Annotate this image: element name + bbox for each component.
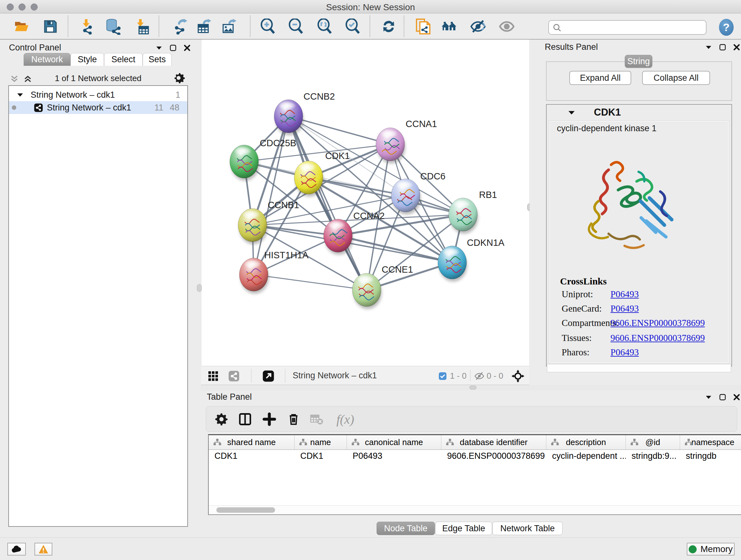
crosslink-link[interactable]: P06493 xyxy=(610,303,639,314)
float-window-icon[interactable] xyxy=(170,44,177,52)
column-header-database-identifier[interactable]: database identifier xyxy=(441,435,546,449)
cell-description[interactable]: cyclin-dependent ... xyxy=(546,450,626,462)
search-input[interactable] xyxy=(548,20,706,35)
network-view-canvas[interactable]: CCNB2CCNA1CDC25BCDK1CDC6RB1CCNB1CCNA2CDK… xyxy=(201,40,529,366)
export-network-button[interactable] xyxy=(172,18,189,35)
cell-canonical-name[interactable]: P06493 xyxy=(347,450,441,462)
zoom-fit-button[interactable] xyxy=(317,18,333,35)
column-label: canonical name xyxy=(365,437,423,447)
warnings-button[interactable] xyxy=(35,543,52,556)
tab-string[interactable]: String xyxy=(625,55,652,68)
close-panel-icon[interactable] xyxy=(733,44,740,51)
trash-icon xyxy=(287,413,300,426)
export-image-button[interactable] xyxy=(221,18,238,35)
import-network-database-button[interactable] xyxy=(105,18,121,35)
close-panel-icon[interactable] xyxy=(184,44,191,52)
table-row[interactable]: CDK1CDK1P064939606.ENSP00000378699cyclin… xyxy=(209,450,741,462)
tab-select[interactable]: Select xyxy=(104,53,143,66)
table-scrollbar[interactable] xyxy=(209,505,741,514)
home-layout-button[interactable] xyxy=(441,18,458,35)
grid-icon xyxy=(207,370,219,382)
tab-network[interactable]: Network xyxy=(23,53,71,66)
node-CCNA1[interactable]: CCNA1 xyxy=(376,119,437,164)
float-window-icon[interactable] xyxy=(719,44,726,51)
refresh-button[interactable] xyxy=(381,18,397,35)
cell-shared-name[interactable]: CDK1 xyxy=(209,450,294,462)
export-table-button[interactable] xyxy=(197,18,213,35)
network-collection-row[interactable]: String Network – cdk1 1 xyxy=(9,88,187,101)
column-header-@id[interactable]: @id xyxy=(626,435,680,449)
delete-table-button[interactable] xyxy=(308,411,325,428)
column-header-description[interactable]: description xyxy=(546,435,626,449)
crosslink-link[interactable]: P06493 xyxy=(610,347,639,358)
open-session-button[interactable] xyxy=(13,18,30,35)
hidden-eye-icon[interactable] xyxy=(474,371,485,382)
column-header-shared-name[interactable]: shared name xyxy=(209,435,294,449)
crosslink-link[interactable]: P06493 xyxy=(610,289,639,300)
node-CCNE1[interactable]: CCNE1 xyxy=(352,264,413,309)
save-floppy-icon xyxy=(43,19,58,34)
selected-checkbox[interactable] xyxy=(439,372,447,381)
cloud-button[interactable] xyxy=(7,543,26,556)
function-builder-button[interactable]: f(x) xyxy=(333,411,358,428)
tab-node-table[interactable]: Node Table xyxy=(377,522,435,535)
show-columns-button[interactable] xyxy=(237,411,253,428)
node-CDKN1A[interactable]: CDKN1A xyxy=(438,238,504,282)
help-button[interactable]: ? xyxy=(719,19,734,36)
tab-edge-table[interactable]: Edge Table xyxy=(435,522,492,535)
copy-style-button[interactable] xyxy=(415,18,431,35)
cell-@id[interactable]: stringdb:9... xyxy=(626,450,680,462)
crosslink-link[interactable]: 9606.ENSP00000378699 xyxy=(610,333,705,343)
collapse-entry-icon[interactable] xyxy=(568,110,576,115)
node-HIST1H1A[interactable]: HIST1H1A xyxy=(239,250,309,294)
cell-namespace[interactable]: stringdb xyxy=(680,450,741,462)
node-RB1[interactable]: RB1 xyxy=(449,190,497,234)
results-scrollbar[interactable] xyxy=(547,364,731,372)
column-header-namespace[interactable]: namespace xyxy=(680,435,741,449)
edge-CCNA2-CDKN1A[interactable] xyxy=(338,236,452,262)
gene-header[interactable]: CDK1 xyxy=(547,105,731,121)
memory-button[interactable]: Memory xyxy=(687,543,735,556)
float-window-icon[interactable] xyxy=(719,393,726,401)
network-type-button[interactable] xyxy=(228,370,240,383)
tab-style[interactable]: Style xyxy=(71,53,104,66)
pan-mode-button[interactable] xyxy=(511,369,525,384)
table-scrollbar-thumb[interactable] xyxy=(216,507,275,513)
horizontal-splitter[interactable] xyxy=(200,385,741,390)
splitter-handle[interactable] xyxy=(469,386,476,389)
tab-sets[interactable]: Sets xyxy=(143,53,172,66)
add-column-button[interactable] xyxy=(261,411,278,428)
float-menu-icon[interactable] xyxy=(705,45,712,50)
copy-document-icon xyxy=(415,18,431,35)
import-table-file-button[interactable] xyxy=(133,18,150,35)
zoom-out-button[interactable] xyxy=(288,18,305,35)
save-session-button[interactable] xyxy=(42,18,59,35)
tree-expand-icon[interactable] xyxy=(17,92,23,98)
delete-column-button[interactable] xyxy=(285,411,302,428)
show-eye-button[interactable] xyxy=(498,18,515,35)
float-menu-icon[interactable] xyxy=(705,395,712,400)
zoom-in-button[interactable] xyxy=(260,18,276,35)
collapse-all-button[interactable]: Collapse All xyxy=(642,71,710,85)
cell-database-identifier[interactable]: 9606.ENSP00000378699 xyxy=(441,450,546,462)
search-icon xyxy=(553,23,562,32)
column-header-canonical-name[interactable]: canonical name xyxy=(347,435,441,449)
network-row[interactable]: String Network – cdk1 11 48 xyxy=(9,101,187,114)
tab-network-table[interactable]: Network Table xyxy=(492,522,562,535)
network-options-gear-icon[interactable] xyxy=(174,72,185,85)
import-network-file-button[interactable] xyxy=(78,18,94,35)
float-menu-icon[interactable] xyxy=(156,45,162,51)
table-settings-button[interactable] xyxy=(213,411,230,428)
expand-all-button[interactable]: Expand All xyxy=(569,71,631,85)
column-header-name[interactable]: name xyxy=(294,435,347,449)
edge-CCNE1-HIST1H1A[interactable] xyxy=(254,274,367,290)
open-in-window-button[interactable] xyxy=(262,370,274,383)
crosslink-link[interactable]: 9606.ENSP00000378699 xyxy=(610,318,705,328)
node-CCNB2[interactable]: CCNB2 xyxy=(274,91,335,135)
close-panel-icon[interactable] xyxy=(733,393,740,401)
left-splitter-handle[interactable] xyxy=(197,284,202,292)
birdseye-view-button[interactable] xyxy=(207,370,219,383)
cell-name[interactable]: CDK1 xyxy=(294,450,347,462)
hide-selected-button[interactable] xyxy=(470,18,486,35)
zoom-selected-button[interactable] xyxy=(345,18,361,35)
